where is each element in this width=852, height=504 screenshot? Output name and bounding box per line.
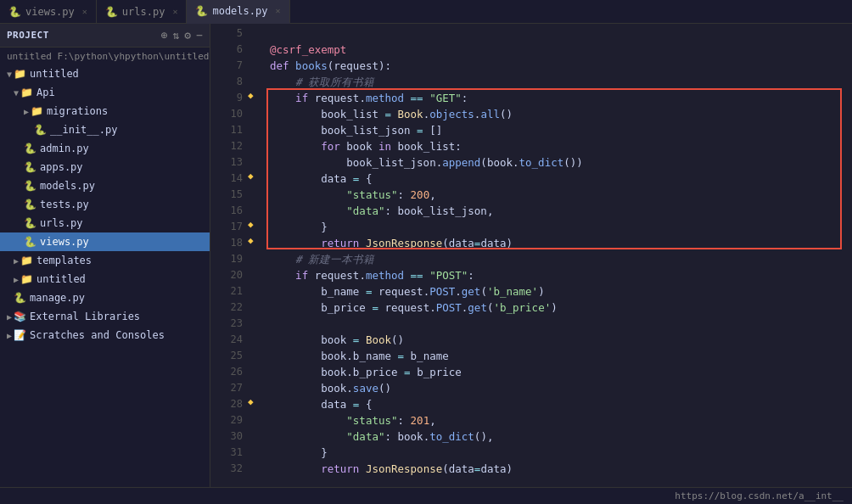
tab-views-close[interactable]: ✕ (82, 7, 87, 16)
tree-item-tests[interactable]: 🐍 tests.py (0, 195, 210, 214)
decorator-csrf: @csrf_exempt (270, 42, 346, 58)
op-26: = (398, 364, 418, 380)
collapse-icon[interactable]: ⇅ (173, 29, 180, 42)
tree-label-templates: templates (36, 255, 92, 266)
op-32: = (474, 461, 481, 477)
py-icon-urls: 🐍 (24, 217, 36, 229)
linenum-16: 16 (216, 203, 243, 219)
attr-book-26: book (321, 364, 346, 380)
gutter-29 (248, 412, 263, 428)
code-line-22: b_price = request.POST.get('b_price') (263, 300, 852, 316)
tree-label-models: models.py (40, 180, 95, 192)
gutter-7 (248, 58, 263, 74)
linenum-17: 17 (216, 219, 243, 235)
gutter-32 (248, 461, 263, 477)
gutter-23 (248, 316, 263, 332)
tree-item-api[interactable]: ▼ 📁 Api (0, 83, 210, 102)
comma-29: , (429, 412, 436, 428)
gutter-18: ◆ (248, 235, 263, 251)
tree-item-admin[interactable]: 🐍 admin.py (0, 139, 210, 158)
arrow-migrations: ▶ (24, 107, 29, 116)
folder-icon-untitled: 📁 (14, 68, 26, 80)
code-line-25: book.b_name = b_name (263, 348, 852, 364)
gutter-21 (248, 283, 263, 300)
linenum-29: 29 (216, 412, 243, 428)
method-append: append (442, 154, 480, 171)
dot-30: . (423, 428, 430, 445)
code-line-16: "data": book_list_json, (263, 203, 852, 219)
arrow-api: ▼ (14, 88, 19, 98)
cls-book-24: Book (366, 332, 391, 348)
tree-item-apps[interactable]: 🐍 apps.py (0, 158, 210, 176)
tab-models[interactable]: 🐍 models.py ✕ (187, 0, 289, 24)
method-todict-13: to_dict (519, 154, 564, 171)
indent-11 (270, 122, 321, 138)
tree-item-init[interactable]: 🐍 __init__.py (0, 120, 210, 139)
code-editor[interactable]: @csrf_exempt def books(request): # 获取所有书… (263, 24, 852, 487)
linenum-10: 10 (216, 106, 243, 122)
paren-22a: ( (487, 300, 494, 316)
comma-15: , (429, 187, 436, 203)
tree-item-migrations[interactable]: ▶ 📁 migrations (0, 102, 210, 120)
paren-24: () (391, 332, 404, 348)
tree-item-manage[interactable]: 🐍 manage.py (0, 288, 210, 307)
indent-26 (270, 364, 321, 380)
tree-item-views[interactable]: 🐍 views.py (0, 232, 210, 251)
folder-icon-migrations: 📁 (31, 105, 43, 117)
py-icon-models: 🐍 (24, 180, 36, 192)
linenum-21: 21 (216, 283, 243, 300)
main-layout: Project ⊕ ⇅ ⚙ − untitled F:\python\yhpyt… (0, 24, 852, 487)
tree-item-scratches[interactable]: ▶ 📝 Scratches and Consoles (0, 326, 210, 344)
num-200: 200 (411, 187, 430, 203)
tree-item-untitled[interactable]: ▼ 📁 untitled (0, 64, 210, 83)
linenum-8: 8 (216, 74, 243, 90)
op-10: = (378, 106, 398, 122)
code-line-21: b_name = request.POST.get('b_name') (263, 283, 852, 300)
tab-views[interactable]: 🐍 views.py ✕ (0, 0, 97, 24)
settings-icon[interactable]: ⚙ (184, 29, 191, 42)
code-line-31: } (263, 445, 852, 461)
indent-29 (270, 412, 346, 428)
tab-urls[interactable]: 🐍 urls.py ✕ (97, 0, 188, 24)
tree-item-untitled-inner[interactable]: ▶ 📁 untitled (0, 270, 210, 288)
dot-27: . (346, 380, 353, 396)
tab-urls-close[interactable]: ✕ (172, 7, 177, 16)
tab-models-close[interactable]: ✕ (275, 6, 280, 15)
minimize-icon[interactable]: − (196, 29, 203, 42)
cls-jsonresponse-32: JsonResponse (366, 461, 442, 477)
paren-30: (), (474, 428, 494, 445)
linenum-9: 9 (216, 90, 243, 106)
tree-label-untitled: untitled (30, 68, 79, 80)
sidebar-tree: ▼ 📁 untitled ▼ 📁 Api ▶ 📁 migrations 🐍 __… (0, 64, 210, 487)
arrow-ext-libs: ▶ (7, 312, 12, 322)
punc-10: () (500, 106, 513, 122)
tree-item-urls[interactable]: 🐍 urls.py (0, 214, 210, 232)
folder-icon-api: 📁 (20, 87, 33, 98)
indent-30 (270, 428, 346, 445)
indent-15 (270, 187, 346, 203)
indent-10 (270, 106, 321, 122)
status-bar: https://blog.csdn.net/a__int__ (0, 487, 852, 504)
var-bprice: b_price (321, 300, 366, 316)
var-data-18b: data (480, 235, 506, 251)
tree-item-models[interactable]: 🐍 models.py (0, 176, 210, 195)
indent-12 (270, 138, 321, 154)
linenum-22: 22 (216, 300, 243, 316)
linenum-25: 25 (216, 348, 243, 364)
tree-item-ext-libs[interactable]: ▶ 📚 External Libraries (0, 307, 210, 326)
code-line-29: "status": 201, (263, 412, 852, 428)
kw-for: for (321, 138, 346, 154)
brace-28: { (366, 396, 373, 412)
tab-views-icon: 🐍 (8, 6, 21, 18)
gutter-16 (248, 203, 263, 219)
tree-label-untitled-inner: untitled (36, 273, 86, 285)
tree-label-views: views.py (40, 236, 89, 248)
tree-item-templates[interactable]: ▶ 📁 templates (0, 251, 210, 270)
attr-request-20: request (315, 267, 360, 283)
gutter-15 (248, 187, 263, 203)
var-bname: b_name (321, 283, 359, 300)
add-icon[interactable]: ⊕ (161, 29, 168, 42)
attr-request-21: request (378, 283, 423, 300)
code-line-9: if request.method == "GET": (263, 90, 852, 106)
brace-close-17: } (321, 219, 328, 235)
